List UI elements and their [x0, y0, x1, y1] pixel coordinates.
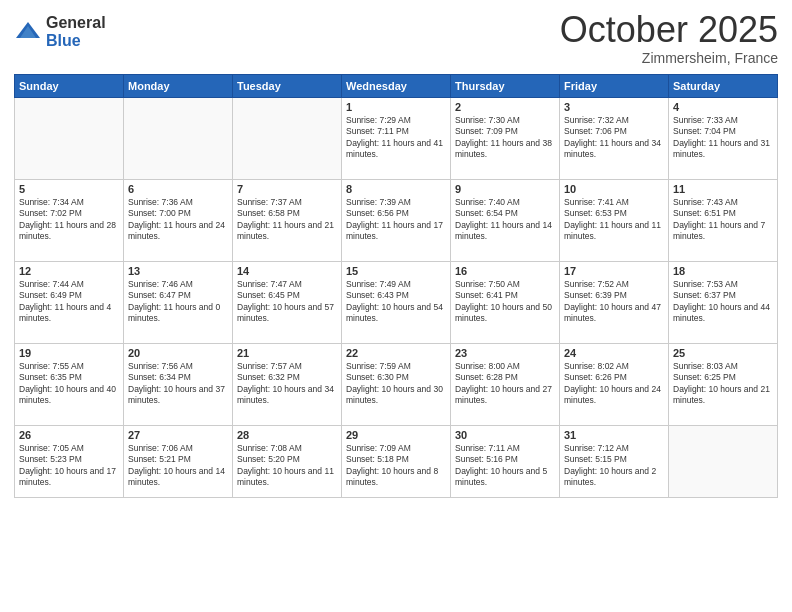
day-info: Sunrise: 7:37 AM Sunset: 6:58 PM Dayligh…: [237, 197, 337, 243]
table-row: 26Sunrise: 7:05 AM Sunset: 5:23 PM Dayli…: [15, 425, 124, 497]
day-number: 2: [455, 101, 555, 113]
day-number: 1: [346, 101, 446, 113]
table-row: [669, 425, 778, 497]
day-info: Sunrise: 7:11 AM Sunset: 5:16 PM Dayligh…: [455, 443, 555, 489]
logo-blue: Blue: [46, 32, 106, 50]
calendar-week-row: 5Sunrise: 7:34 AM Sunset: 7:02 PM Daylig…: [15, 179, 778, 261]
day-info: Sunrise: 7:52 AM Sunset: 6:39 PM Dayligh…: [564, 279, 664, 325]
table-row: 30Sunrise: 7:11 AM Sunset: 5:16 PM Dayli…: [451, 425, 560, 497]
table-row: 18Sunrise: 7:53 AM Sunset: 6:37 PM Dayli…: [669, 261, 778, 343]
day-info: Sunrise: 7:50 AM Sunset: 6:41 PM Dayligh…: [455, 279, 555, 325]
calendar-week-row: 19Sunrise: 7:55 AM Sunset: 6:35 PM Dayli…: [15, 343, 778, 425]
day-info: Sunrise: 7:57 AM Sunset: 6:32 PM Dayligh…: [237, 361, 337, 407]
logo-text: General Blue: [46, 14, 106, 49]
table-row: 27Sunrise: 7:06 AM Sunset: 5:21 PM Dayli…: [124, 425, 233, 497]
day-number: 9: [455, 183, 555, 195]
day-info: Sunrise: 7:12 AM Sunset: 5:15 PM Dayligh…: [564, 443, 664, 489]
table-row: 25Sunrise: 8:03 AM Sunset: 6:25 PM Dayli…: [669, 343, 778, 425]
table-row: 15Sunrise: 7:49 AM Sunset: 6:43 PM Dayli…: [342, 261, 451, 343]
location-subtitle: Zimmersheim, France: [560, 50, 778, 66]
day-number: 23: [455, 347, 555, 359]
day-info: Sunrise: 7:55 AM Sunset: 6:35 PM Dayligh…: [19, 361, 119, 407]
table-row: 8Sunrise: 7:39 AM Sunset: 6:56 PM Daylig…: [342, 179, 451, 261]
col-monday: Monday: [124, 74, 233, 97]
day-info: Sunrise: 7:53 AM Sunset: 6:37 PM Dayligh…: [673, 279, 773, 325]
day-number: 24: [564, 347, 664, 359]
page: General Blue October 2025 Zimmersheim, F…: [0, 0, 792, 612]
table-row: 13Sunrise: 7:46 AM Sunset: 6:47 PM Dayli…: [124, 261, 233, 343]
day-number: 28: [237, 429, 337, 441]
col-friday: Friday: [560, 74, 669, 97]
day-info: Sunrise: 7:39 AM Sunset: 6:56 PM Dayligh…: [346, 197, 446, 243]
table-row: 3Sunrise: 7:32 AM Sunset: 7:06 PM Daylig…: [560, 97, 669, 179]
day-number: 6: [128, 183, 228, 195]
day-number: 7: [237, 183, 337, 195]
table-row: 2Sunrise: 7:30 AM Sunset: 7:09 PM Daylig…: [451, 97, 560, 179]
day-info: Sunrise: 7:40 AM Sunset: 6:54 PM Dayligh…: [455, 197, 555, 243]
day-info: Sunrise: 8:02 AM Sunset: 6:26 PM Dayligh…: [564, 361, 664, 407]
day-number: 5: [19, 183, 119, 195]
day-info: Sunrise: 7:05 AM Sunset: 5:23 PM Dayligh…: [19, 443, 119, 489]
day-number: 4: [673, 101, 773, 113]
calendar-header-row: Sunday Monday Tuesday Wednesday Thursday…: [15, 74, 778, 97]
day-info: Sunrise: 7:59 AM Sunset: 6:30 PM Dayligh…: [346, 361, 446, 407]
table-row: [124, 97, 233, 179]
day-number: 13: [128, 265, 228, 277]
calendar-week-row: 26Sunrise: 7:05 AM Sunset: 5:23 PM Dayli…: [15, 425, 778, 497]
day-number: 29: [346, 429, 446, 441]
day-number: 19: [19, 347, 119, 359]
col-sunday: Sunday: [15, 74, 124, 97]
day-number: 11: [673, 183, 773, 195]
table-row: 6Sunrise: 7:36 AM Sunset: 7:00 PM Daylig…: [124, 179, 233, 261]
day-info: Sunrise: 7:41 AM Sunset: 6:53 PM Dayligh…: [564, 197, 664, 243]
day-info: Sunrise: 7:56 AM Sunset: 6:34 PM Dayligh…: [128, 361, 228, 407]
table-row: 28Sunrise: 7:08 AM Sunset: 5:20 PM Dayli…: [233, 425, 342, 497]
day-number: 15: [346, 265, 446, 277]
calendar-week-row: 12Sunrise: 7:44 AM Sunset: 6:49 PM Dayli…: [15, 261, 778, 343]
calendar-week-row: 1Sunrise: 7:29 AM Sunset: 7:11 PM Daylig…: [15, 97, 778, 179]
day-info: Sunrise: 7:36 AM Sunset: 7:00 PM Dayligh…: [128, 197, 228, 243]
col-saturday: Saturday: [669, 74, 778, 97]
table-row: [15, 97, 124, 179]
day-info: Sunrise: 8:03 AM Sunset: 6:25 PM Dayligh…: [673, 361, 773, 407]
day-number: 20: [128, 347, 228, 359]
day-info: Sunrise: 8:00 AM Sunset: 6:28 PM Dayligh…: [455, 361, 555, 407]
table-row: 1Sunrise: 7:29 AM Sunset: 7:11 PM Daylig…: [342, 97, 451, 179]
table-row: 7Sunrise: 7:37 AM Sunset: 6:58 PM Daylig…: [233, 179, 342, 261]
table-row: 20Sunrise: 7:56 AM Sunset: 6:34 PM Dayli…: [124, 343, 233, 425]
table-row: 9Sunrise: 7:40 AM Sunset: 6:54 PM Daylig…: [451, 179, 560, 261]
table-row: 14Sunrise: 7:47 AM Sunset: 6:45 PM Dayli…: [233, 261, 342, 343]
table-row: 16Sunrise: 7:50 AM Sunset: 6:41 PM Dayli…: [451, 261, 560, 343]
table-row: 10Sunrise: 7:41 AM Sunset: 6:53 PM Dayli…: [560, 179, 669, 261]
table-row: 11Sunrise: 7:43 AM Sunset: 6:51 PM Dayli…: [669, 179, 778, 261]
col-tuesday: Tuesday: [233, 74, 342, 97]
table-row: 23Sunrise: 8:00 AM Sunset: 6:28 PM Dayli…: [451, 343, 560, 425]
table-row: 21Sunrise: 7:57 AM Sunset: 6:32 PM Dayli…: [233, 343, 342, 425]
day-info: Sunrise: 7:34 AM Sunset: 7:02 PM Dayligh…: [19, 197, 119, 243]
day-info: Sunrise: 7:30 AM Sunset: 7:09 PM Dayligh…: [455, 115, 555, 161]
header: General Blue October 2025 Zimmersheim, F…: [14, 10, 778, 66]
day-info: Sunrise: 7:32 AM Sunset: 7:06 PM Dayligh…: [564, 115, 664, 161]
day-number: 27: [128, 429, 228, 441]
day-info: Sunrise: 7:09 AM Sunset: 5:18 PM Dayligh…: [346, 443, 446, 489]
day-number: 25: [673, 347, 773, 359]
calendar-table: Sunday Monday Tuesday Wednesday Thursday…: [14, 74, 778, 498]
table-row: 29Sunrise: 7:09 AM Sunset: 5:18 PM Dayli…: [342, 425, 451, 497]
table-row: 22Sunrise: 7:59 AM Sunset: 6:30 PM Dayli…: [342, 343, 451, 425]
col-thursday: Thursday: [451, 74, 560, 97]
day-info: Sunrise: 7:47 AM Sunset: 6:45 PM Dayligh…: [237, 279, 337, 325]
day-number: 12: [19, 265, 119, 277]
day-info: Sunrise: 7:44 AM Sunset: 6:49 PM Dayligh…: [19, 279, 119, 325]
table-row: 17Sunrise: 7:52 AM Sunset: 6:39 PM Dayli…: [560, 261, 669, 343]
day-info: Sunrise: 7:29 AM Sunset: 7:11 PM Dayligh…: [346, 115, 446, 161]
title-block: October 2025 Zimmersheim, France: [560, 10, 778, 66]
day-number: 21: [237, 347, 337, 359]
day-info: Sunrise: 7:08 AM Sunset: 5:20 PM Dayligh…: [237, 443, 337, 489]
day-number: 17: [564, 265, 664, 277]
day-info: Sunrise: 7:06 AM Sunset: 5:21 PM Dayligh…: [128, 443, 228, 489]
day-number: 14: [237, 265, 337, 277]
day-info: Sunrise: 7:43 AM Sunset: 6:51 PM Dayligh…: [673, 197, 773, 243]
day-number: 26: [19, 429, 119, 441]
day-number: 8: [346, 183, 446, 195]
table-row: 31Sunrise: 7:12 AM Sunset: 5:15 PM Dayli…: [560, 425, 669, 497]
